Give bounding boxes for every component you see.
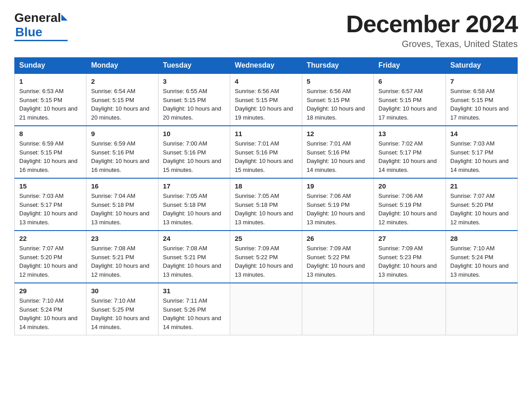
- calendar-day-cell: 14 Sunrise: 7:03 AMSunset: 5:17 PMDaylig…: [446, 126, 517, 178]
- calendar-day-cell: 10 Sunrise: 7:00 AMSunset: 5:16 PMDaylig…: [158, 126, 230, 178]
- day-number: 10: [163, 130, 225, 137]
- logo: General Blue: [14, 11, 68, 41]
- day-number: 21: [450, 182, 513, 190]
- day-info: Sunrise: 7:10 AMSunset: 5:25 PMDaylight:…: [91, 296, 153, 331]
- day-info: Sunrise: 7:10 AMSunset: 5:24 PMDaylight:…: [450, 244, 513, 279]
- day-info: Sunrise: 7:04 AMSunset: 5:18 PMDaylight:…: [91, 192, 153, 227]
- calendar-day-cell: [302, 283, 373, 335]
- calendar-day-cell: 5 Sunrise: 6:56 AMSunset: 5:15 PMDayligh…: [302, 73, 373, 126]
- day-info: Sunrise: 7:09 AMSunset: 5:23 PMDaylight:…: [378, 244, 441, 279]
- weekday-header-sunday: Sunday: [15, 58, 86, 74]
- weekday-header-saturday: Saturday: [446, 58, 517, 74]
- day-info: Sunrise: 7:09 AMSunset: 5:22 PMDaylight:…: [307, 244, 369, 279]
- day-number: 19: [307, 182, 369, 190]
- logo-blue-text: Blue: [15, 25, 43, 39]
- month-title: December 2024: [346, 11, 518, 37]
- day-number: 29: [19, 287, 82, 295]
- day-info: Sunrise: 7:00 AMSunset: 5:16 PMDaylight:…: [163, 139, 225, 174]
- logo-general-text: General: [14, 11, 61, 25]
- calendar-day-cell: 25 Sunrise: 7:09 AMSunset: 5:22 PMDaylig…: [230, 231, 302, 283]
- day-number: 20: [378, 182, 441, 190]
- calendar-day-cell: 29 Sunrise: 7:10 AMSunset: 5:24 PMDaylig…: [15, 283, 86, 335]
- calendar-day-cell: 1 Sunrise: 6:53 AMSunset: 5:15 PMDayligh…: [15, 73, 86, 126]
- day-info: Sunrise: 7:06 AMSunset: 5:19 PMDaylight:…: [378, 192, 441, 227]
- page-header: General Blue December 2024 Groves, Texas…: [14, 11, 518, 49]
- weekday-header-tuesday: Tuesday: [158, 58, 230, 74]
- calendar-week-row: 1 Sunrise: 6:53 AMSunset: 5:15 PMDayligh…: [15, 73, 518, 126]
- calendar-day-cell: 15 Sunrise: 7:03 AMSunset: 5:17 PMDaylig…: [15, 178, 86, 231]
- day-number: 31: [163, 287, 225, 295]
- day-info: Sunrise: 7:08 AMSunset: 5:21 PMDaylight:…: [163, 244, 225, 279]
- day-number: 18: [235, 182, 297, 190]
- calendar-day-cell: 30 Sunrise: 7:10 AMSunset: 5:25 PMDaylig…: [86, 283, 158, 335]
- day-info: Sunrise: 6:59 AMSunset: 5:15 PMDaylight:…: [19, 139, 82, 174]
- calendar-day-cell: 12 Sunrise: 7:01 AMSunset: 5:16 PMDaylig…: [302, 126, 373, 178]
- day-info: Sunrise: 6:57 AMSunset: 5:15 PMDaylight:…: [378, 87, 441, 122]
- calendar-day-cell: 4 Sunrise: 6:56 AMSunset: 5:15 PMDayligh…: [230, 73, 302, 126]
- day-info: Sunrise: 7:07 AMSunset: 5:20 PMDaylight:…: [19, 244, 82, 279]
- day-info: Sunrise: 7:09 AMSunset: 5:22 PMDaylight:…: [235, 244, 297, 279]
- day-info: Sunrise: 6:55 AMSunset: 5:15 PMDaylight:…: [163, 87, 225, 122]
- calendar-day-cell: 24 Sunrise: 7:08 AMSunset: 5:21 PMDaylig…: [158, 231, 230, 283]
- calendar-day-cell: [446, 283, 517, 335]
- day-info: Sunrise: 7:02 AMSunset: 5:17 PMDaylight:…: [378, 139, 441, 174]
- weekday-header-monday: Monday: [86, 58, 158, 74]
- calendar-day-cell: 18 Sunrise: 7:05 AMSunset: 5:18 PMDaylig…: [230, 178, 302, 231]
- day-number: 5: [307, 77, 369, 85]
- day-number: 1: [19, 77, 82, 85]
- calendar-day-cell: 27 Sunrise: 7:09 AMSunset: 5:23 PMDaylig…: [374, 231, 446, 283]
- day-info: Sunrise: 7:08 AMSunset: 5:21 PMDaylight:…: [91, 244, 153, 279]
- calendar-day-cell: 3 Sunrise: 6:55 AMSunset: 5:15 PMDayligh…: [158, 73, 230, 126]
- day-number: 30: [91, 287, 153, 295]
- day-number: 11: [235, 130, 297, 137]
- calendar-week-row: 29 Sunrise: 7:10 AMSunset: 5:24 PMDaylig…: [15, 283, 518, 335]
- day-info: Sunrise: 7:01 AMSunset: 5:16 PMDaylight:…: [307, 139, 369, 174]
- day-info: Sunrise: 6:56 AMSunset: 5:15 PMDaylight:…: [235, 87, 297, 122]
- calendar-day-cell: 28 Sunrise: 7:10 AMSunset: 5:24 PMDaylig…: [446, 231, 517, 283]
- day-number: 14: [450, 130, 513, 137]
- day-info: Sunrise: 6:59 AMSunset: 5:16 PMDaylight:…: [91, 139, 153, 174]
- day-info: Sunrise: 7:03 AMSunset: 5:17 PMDaylight:…: [19, 192, 82, 227]
- day-number: 8: [19, 130, 82, 137]
- calendar-day-cell: 9 Sunrise: 6:59 AMSunset: 5:16 PMDayligh…: [86, 126, 158, 178]
- calendar-day-cell: 11 Sunrise: 7:01 AMSunset: 5:16 PMDaylig…: [230, 126, 302, 178]
- calendar-day-cell: 16 Sunrise: 7:04 AMSunset: 5:18 PMDaylig…: [86, 178, 158, 231]
- calendar-week-row: 22 Sunrise: 7:07 AMSunset: 5:20 PMDaylig…: [15, 231, 518, 283]
- calendar-day-cell: 19 Sunrise: 7:06 AMSunset: 5:19 PMDaylig…: [302, 178, 373, 231]
- calendar-day-cell: 31 Sunrise: 7:11 AMSunset: 5:26 PMDaylig…: [158, 283, 230, 335]
- day-number: 17: [163, 182, 225, 190]
- logo-arrow-icon: [61, 14, 68, 21]
- weekday-header-thursday: Thursday: [302, 58, 373, 74]
- day-number: 9: [91, 130, 153, 137]
- day-number: 6: [378, 77, 441, 85]
- calendar-day-cell: 21 Sunrise: 7:07 AMSunset: 5:20 PMDaylig…: [446, 178, 517, 231]
- day-number: 3: [163, 77, 225, 85]
- calendar-day-cell: 17 Sunrise: 7:05 AMSunset: 5:18 PMDaylig…: [158, 178, 230, 231]
- calendar-day-cell: 7 Sunrise: 6:58 AMSunset: 5:15 PMDayligh…: [446, 73, 517, 126]
- day-info: Sunrise: 6:53 AMSunset: 5:15 PMDaylight:…: [19, 87, 82, 122]
- calendar-day-cell: 22 Sunrise: 7:07 AMSunset: 5:20 PMDaylig…: [15, 231, 86, 283]
- calendar-day-cell: 6 Sunrise: 6:57 AMSunset: 5:15 PMDayligh…: [374, 73, 446, 126]
- day-number: 23: [91, 235, 153, 242]
- location-subtitle: Groves, Texas, United States: [346, 39, 518, 49]
- day-info: Sunrise: 7:06 AMSunset: 5:19 PMDaylight:…: [307, 192, 369, 227]
- day-number: 15: [19, 182, 82, 190]
- day-number: 24: [163, 235, 225, 242]
- day-info: Sunrise: 7:03 AMSunset: 5:17 PMDaylight:…: [450, 139, 513, 174]
- day-number: 12: [307, 130, 369, 137]
- logo-underline: [14, 40, 68, 41]
- day-number: 25: [235, 235, 297, 242]
- title-block: December 2024 Groves, Texas, United Stat…: [346, 11, 518, 49]
- day-number: 7: [450, 77, 513, 85]
- calendar-day-cell: 13 Sunrise: 7:02 AMSunset: 5:17 PMDaylig…: [374, 126, 446, 178]
- day-number: 28: [450, 235, 513, 242]
- calendar-day-cell: 23 Sunrise: 7:08 AMSunset: 5:21 PMDaylig…: [86, 231, 158, 283]
- day-number: 16: [91, 182, 153, 190]
- day-info: Sunrise: 6:54 AMSunset: 5:15 PMDaylight:…: [91, 87, 153, 122]
- calendar-day-cell: 8 Sunrise: 6:59 AMSunset: 5:15 PMDayligh…: [15, 126, 86, 178]
- calendar-day-cell: [374, 283, 446, 335]
- day-info: Sunrise: 6:56 AMSunset: 5:15 PMDaylight:…: [307, 87, 369, 122]
- calendar-day-cell: [230, 283, 302, 335]
- day-number: 4: [235, 77, 297, 85]
- weekday-header-wednesday: Wednesday: [230, 58, 302, 74]
